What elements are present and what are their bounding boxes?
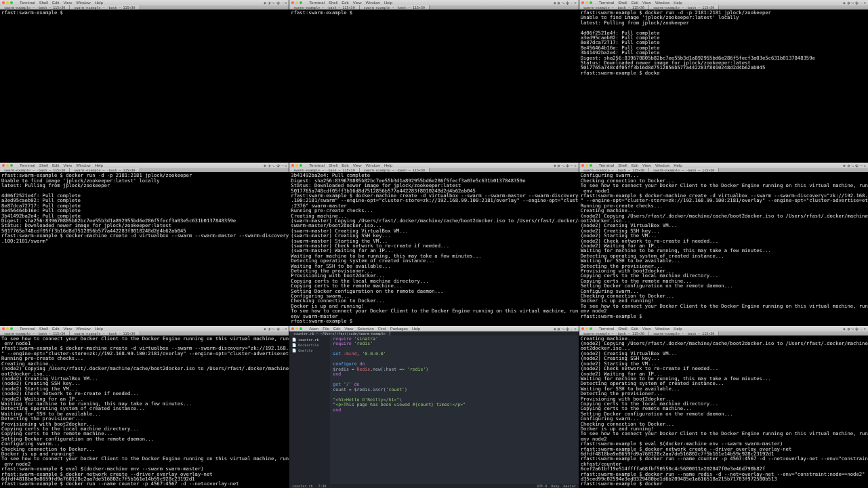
minimize-icon[interactable]: [295, 1, 298, 4]
statusbar: counter.rb 7:30 UTF-8 Ruby master: [289, 484, 578, 488]
tree-item[interactable]: 📄 Dockerfile: [292, 342, 327, 348]
terminal-window: TerminalShellEditViewWindowHelp ◆ ◑ ⌥ ⏻ …: [289, 163, 578, 325]
minimize-icon[interactable]: [295, 164, 298, 167]
status-encoding[interactable]: UTF-8: [537, 484, 547, 488]
terminal-window: TerminalShellEditViewWindowHelp ◆ ◑ ⌥ ⏻ …: [0, 326, 289, 488]
traffic-lights: [2, 1, 13, 4]
zoom-icon[interactable]: [10, 1, 13, 4]
status-lang[interactable]: Ruby: [552, 484, 560, 488]
atom-window: Atom File Edit View Selection Find Packa…: [289, 326, 578, 488]
zoom-icon[interactable]: [299, 327, 302, 330]
close-icon[interactable]: [291, 1, 294, 4]
terminal-window: TerminalShellEditViewWindowHelp ◆ ◑ ⌥ ⏻ …: [289, 0, 578, 162]
terminal-body[interactable]: To see how to connect your Docker Client…: [0, 336, 289, 488]
close-icon[interactable]: [581, 164, 584, 167]
statusbar-icons: ◆ ◑ ⌥ ⏻ ⋯ ≡: [264, 1, 287, 5]
status-file: counter.rb: [292, 484, 312, 488]
zoom-icon[interactable]: [10, 164, 13, 167]
terminal-window: TerminalShellEditViewWindowHelp ◆ ◑ ⌥ ⏻ …: [579, 0, 868, 162]
terminal-body[interactable]: Configuring swarm... Checking connection…: [579, 172, 868, 325]
minimize-icon[interactable]: [6, 1, 9, 4]
titlebar[interactable]: TerminalShellEditViewWindowHelp ◆ ◑ ⌥ ⏻ …: [289, 0, 578, 5]
zoom-icon[interactable]: [590, 1, 592, 4]
terminal-window: TerminalShellEditViewWindowHelp ◆ ◑ ⌥ ⏻ …: [579, 326, 868, 488]
close-icon[interactable]: [581, 327, 584, 330]
terminal-window: TerminalShellEditViewWindowHelp ◆ ◑ ⌥ ⏻ …: [0, 163, 289, 325]
close-icon[interactable]: [2, 1, 5, 4]
close-icon[interactable]: [291, 327, 294, 330]
menu-app[interactable]: Atom: [309, 327, 318, 331]
tree-item[interactable]: 📄 Gemfile: [292, 348, 327, 353]
close-icon[interactable]: [291, 164, 294, 167]
titlebar[interactable]: Terminal Shell Edit View Window Help ◆ ◑…: [0, 0, 289, 5]
file-tree[interactable]: 📄 counter.rb📄 Dockerfile📄 Gemfile: [289, 336, 330, 484]
code-editor[interactable]: require 'sinatra'require 'redis'set :bin…: [330, 336, 578, 484]
close-icon[interactable]: [2, 327, 5, 330]
status-cursor: 7:30: [318, 484, 326, 488]
menubar: Terminal Shell Edit View Window Help: [20, 1, 103, 5]
menu-item[interactable]: Shell: [39, 1, 48, 5]
status-branch[interactable]: master: [564, 484, 576, 488]
minimize-icon[interactable]: [6, 327, 9, 330]
minimize-icon[interactable]: [585, 164, 588, 167]
zoom-icon[interactable]: [590, 164, 592, 167]
tree-item[interactable]: 📄 counter.rb: [292, 337, 327, 342]
menu-item[interactable]: View: [63, 1, 72, 5]
close-icon[interactable]: [581, 1, 584, 4]
menu-item[interactable]: Help: [95, 1, 103, 5]
terminal-body[interactable]: rfast:swarm-example $ docker run -d -p 2…: [0, 172, 289, 325]
minimize-icon[interactable]: [585, 1, 588, 4]
terminal-body[interactable]: rfast:swarm-example $ docker run -d -p 2…: [579, 9, 868, 162]
menu-item[interactable]: Window: [76, 1, 90, 5]
minimize-icon[interactable]: [6, 164, 9, 167]
menu-item[interactable]: Edit: [52, 1, 59, 5]
zoom-icon[interactable]: [10, 327, 13, 330]
menu-app[interactable]: Terminal: [20, 1, 35, 5]
terminal-body[interactable]: Creating machine... (node2) Copying /Use…: [579, 336, 868, 488]
terminal-body[interactable]: 3b41492ba2e4: Pull complete Digest: sha2…: [289, 172, 578, 325]
editor-body: 📄 counter.rb📄 Dockerfile📄 Gemfile requir…: [289, 336, 578, 484]
terminal-body[interactable]: rfast:swarm-example $: [289, 9, 578, 162]
titlebar[interactable]: TerminalShellEditViewWindowHelp ◆ ◑ ⌥ ⏻ …: [579, 0, 868, 5]
minimize-icon[interactable]: [585, 327, 588, 330]
minimize-icon[interactable]: [295, 327, 298, 330]
terminal-window: Terminal Shell Edit View Window Help ◆ ◑…: [0, 0, 289, 162]
terminal-body[interactable]: rfast:swarm-example $: [0, 9, 289, 162]
zoom-icon[interactable]: [299, 164, 302, 167]
zoom-icon[interactable]: [299, 1, 302, 4]
titlebar[interactable]: Atom File Edit View Selection Find Packa…: [289, 326, 578, 331]
terminal-window: TerminalShellEditViewWindowHelp ◆ ◑ ⌥ ⏻ …: [579, 163, 868, 325]
close-icon[interactable]: [2, 164, 5, 167]
zoom-icon[interactable]: [590, 327, 592, 330]
